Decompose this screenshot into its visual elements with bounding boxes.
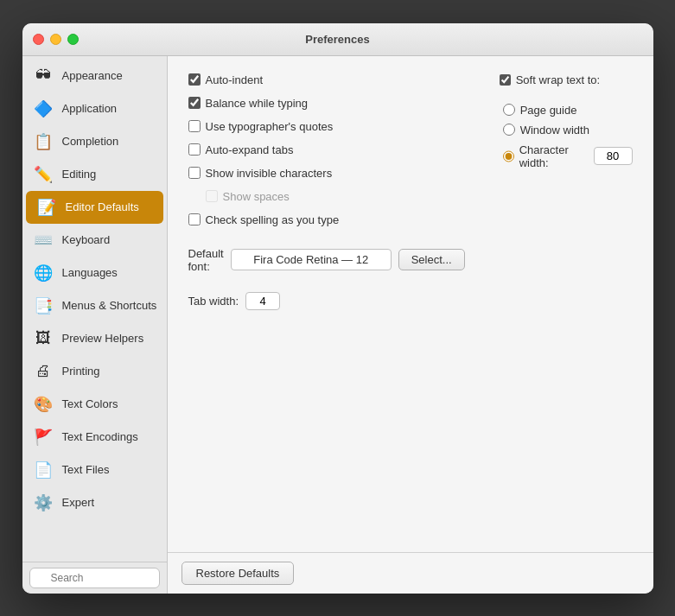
- auto-expand-tabs-label: Auto-expand tabs: [206, 143, 294, 156]
- soft-wrap-options: Page guide Window width Character width:: [500, 104, 633, 169]
- sidebar-item-label: Menus & Shortcuts: [62, 299, 157, 312]
- check-spelling-checkbox[interactable]: [188, 213, 201, 225]
- show-invisible-label: Show invisible characters: [206, 167, 333, 180]
- window-width-radio[interactable]: [503, 124, 515, 136]
- right-options-col: Soft wrap text to: Page guide Window wid…: [500, 73, 633, 535]
- editing-icon: ✏️: [31, 162, 55, 187]
- page-guide-label: Page guide: [520, 104, 577, 117]
- editor-defaults-icon: 📝: [35, 195, 59, 219]
- tab-width-row: Tab width:: [188, 292, 465, 310]
- window-title: Preferences: [305, 33, 369, 46]
- bottom-bar: Restore Defaults: [168, 552, 653, 594]
- typographers-quotes-row: Use typographer's quotes: [188, 120, 465, 133]
- sidebar-item-printing[interactable]: 🖨 Printing: [22, 355, 167, 388]
- right-panel: Auto-indent Balance while typing Use typ…: [168, 56, 653, 594]
- character-width-radio[interactable]: [503, 150, 514, 162]
- tab-width-input[interactable]: [245, 292, 280, 310]
- character-width-input[interactable]: [594, 147, 633, 165]
- search-input[interactable]: [29, 568, 160, 588]
- restore-defaults-button[interactable]: Restore Defaults: [181, 562, 295, 585]
- page-guide-radio[interactable]: [503, 104, 515, 116]
- sidebar-item-label: Keyboard: [62, 233, 111, 246]
- tab-width-label: Tab width:: [188, 295, 239, 308]
- sidebar-item-text-encodings[interactable]: 🚩 Text Encodings: [22, 421, 167, 454]
- show-spaces-checkbox[interactable]: [206, 190, 218, 202]
- titlebar: Preferences: [22, 23, 653, 56]
- select-font-button[interactable]: Select...: [398, 249, 465, 270]
- main-content: Auto-indent Balance while typing Use typ…: [168, 56, 653, 552]
- menus-shortcuts-icon: 📑: [31, 294, 55, 318]
- sidebar-list: 🕶 Appearance 🔷 Application 📋 Completion …: [22, 56, 167, 562]
- auto-indent-label: Auto-indent: [206, 73, 264, 86]
- sidebar-item-label: Preview Helpers: [62, 332, 144, 345]
- sidebar-item-languages[interactable]: 🌐 Languages: [22, 257, 167, 289]
- check-spelling-label: Check spelling as you type: [206, 213, 340, 226]
- page-guide-row: Page guide: [503, 104, 633, 117]
- check-spelling-row: Check spelling as you type: [188, 213, 465, 226]
- sidebar-item-completion[interactable]: 📋 Completion: [22, 125, 167, 158]
- text-encodings-icon: 🚩: [31, 425, 55, 449]
- options-section: Auto-indent Balance while typing Use typ…: [188, 73, 633, 535]
- show-invisible-checkbox[interactable]: [188, 167, 201, 179]
- sidebar-item-text-colors[interactable]: 🎨 Text Colors: [22, 388, 167, 421]
- auto-indent-checkbox[interactable]: [188, 73, 201, 86]
- appearance-icon: 🕶: [31, 64, 55, 88]
- character-width-row: Character width:: [503, 143, 633, 169]
- search-wrapper: 🔍: [29, 568, 160, 588]
- window-width-label: Window width: [520, 124, 589, 137]
- default-font-row: Default font: Select...: [188, 247, 465, 273]
- sidebar-item-label: Appearance: [62, 69, 123, 82]
- typographers-quotes-checkbox[interactable]: [188, 120, 201, 132]
- soft-wrap-label-text: Soft wrap text to:: [516, 73, 601, 86]
- sidebar-item-label: Completion: [62, 135, 119, 148]
- sidebar-item-text-files[interactable]: 📄 Text Files: [22, 454, 167, 486]
- sidebar-item-label: Application: [62, 102, 118, 115]
- balance-while-typing-label: Balance while typing: [206, 97, 309, 110]
- application-icon: 🔷: [31, 97, 55, 121]
- font-display[interactable]: [231, 249, 392, 270]
- sidebar: 🕶 Appearance 🔷 Application 📋 Completion …: [22, 56, 168, 594]
- sidebar-item-editor-defaults[interactable]: 📝 Editor Defaults: [26, 191, 163, 224]
- show-invisible-row: Show invisible characters: [188, 167, 465, 180]
- sidebar-item-label: Expert: [62, 496, 95, 509]
- balance-while-typing-row: Balance while typing: [188, 97, 465, 110]
- sidebar-item-label: Text Files: [62, 463, 110, 476]
- show-spaces-row: Show spaces: [188, 190, 465, 203]
- main-layout: 🕶 Appearance 🔷 Application 📋 Completion …: [22, 56, 653, 594]
- left-options-col: Auto-indent Balance while typing Use typ…: [188, 73, 465, 535]
- completion-icon: 📋: [31, 130, 55, 154]
- traffic-lights: [33, 34, 79, 45]
- minimize-button[interactable]: [50, 34, 61, 45]
- sidebar-item-preview-helpers[interactable]: 🖼 Preview Helpers: [22, 322, 167, 355]
- keyboard-icon: ⌨️: [31, 228, 55, 252]
- languages-icon: 🌐: [31, 261, 55, 285]
- sidebar-item-label: Printing: [62, 365, 100, 378]
- default-font-label: Default font:: [188, 247, 224, 273]
- typographers-quotes-label: Use typographer's quotes: [206, 120, 334, 133]
- sidebar-item-label: Text Encodings: [62, 430, 138, 443]
- sidebar-item-label: Editing: [62, 168, 97, 181]
- preferences-window: Preferences 🕶 Appearance 🔷 Application 📋…: [22, 23, 653, 594]
- soft-wrap-checkbox[interactable]: [500, 74, 511, 86]
- expert-icon: ⚙️: [31, 491, 55, 515]
- text-colors-icon: 🎨: [31, 392, 55, 416]
- balance-while-typing-checkbox[interactable]: [188, 97, 201, 109]
- sidebar-item-keyboard[interactable]: ⌨️ Keyboard: [22, 224, 167, 257]
- sidebar-item-editing[interactable]: ✏️ Editing: [22, 158, 167, 191]
- sidebar-item-application[interactable]: 🔷 Application: [22, 92, 167, 125]
- sidebar-item-expert[interactable]: ⚙️ Expert: [22, 486, 167, 519]
- sidebar-item-appearance[interactable]: 🕶 Appearance: [22, 60, 167, 92]
- character-width-label: Character width:: [519, 143, 589, 169]
- auto-indent-row: Auto-indent: [188, 73, 465, 86]
- preview-helpers-icon: 🖼: [31, 327, 55, 351]
- sidebar-item-label: Editor Defaults: [66, 200, 139, 213]
- sidebar-item-label: Text Colors: [62, 397, 118, 410]
- show-spaces-label: Show spaces: [223, 190, 290, 203]
- printing-icon: 🖨: [31, 359, 55, 384]
- sidebar-item-menus-shortcuts[interactable]: 📑 Menus & Shortcuts: [22, 289, 167, 322]
- sidebar-item-label: Languages: [62, 266, 118, 279]
- close-button[interactable]: [33, 34, 44, 45]
- sidebar-search-area: 🔍: [22, 562, 167, 594]
- auto-expand-tabs-checkbox[interactable]: [188, 143, 201, 156]
- maximize-button[interactable]: [67, 34, 79, 45]
